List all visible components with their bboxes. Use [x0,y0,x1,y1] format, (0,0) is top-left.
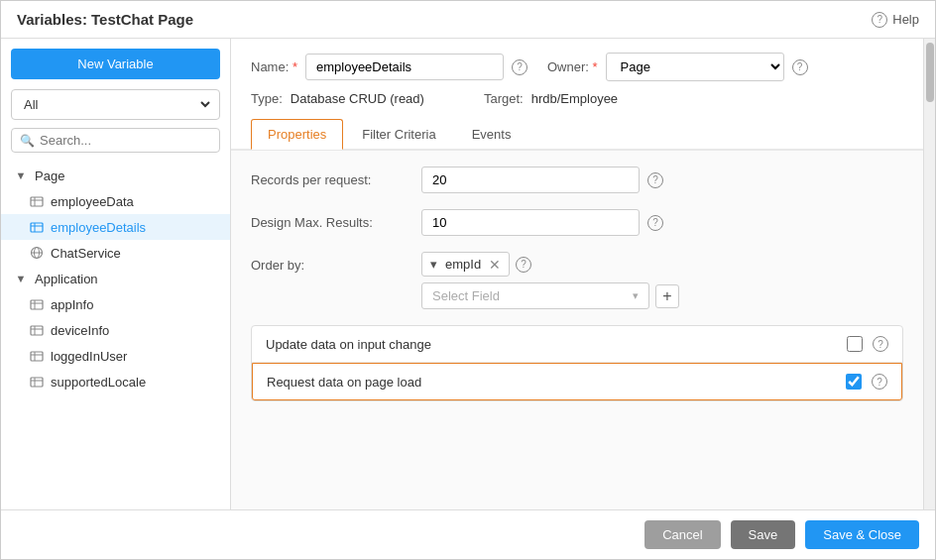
svg-rect-9 [31,300,43,309]
globe-icon [29,245,45,261]
order-by-control: ▾ empId ✕ ? Select Field ▾ [421,252,903,309]
svg-rect-0 [31,197,43,206]
sidebar-item-employeedetails[interactable]: employeeDetails [1,214,230,240]
name-input[interactable] [305,54,504,80]
save-close-button[interactable]: Save & Close [805,520,919,549]
design-max-results-label: Design Max. Results: [251,209,410,230]
select-field-dropdown[interactable]: Select Field ▾ [421,282,649,309]
request-data-row: Request data on page load ? [252,363,902,400]
update-data-help-icon[interactable]: ? [873,336,888,352]
svg-rect-15 [31,352,43,361]
select-field-row: Select Field ▾ + [421,282,679,309]
svg-rect-3 [31,223,43,232]
new-variable-button[interactable]: New Variable [11,49,220,79]
type-value: Database CRUD (read) [291,91,424,106]
name-help-icon[interactable]: ? [512,59,527,75]
form-header: Name: * ? Owner: * Page [231,39,923,150]
sidebar: New Variable All 🔍 ▼ Page [1,39,231,509]
data-icon-active [29,219,45,235]
order-by-chip-row: ▾ empId ✕ ? [421,252,679,277]
loggedinuser-label: loggedInUser [51,349,127,364]
request-data-checkbox[interactable] [846,374,862,390]
design-max-results-control: ? [421,209,903,236]
checkbox-section: Update data on input change ? Request da… [251,325,903,401]
sidebar-item-employeedata[interactable]: employeeData [1,188,230,214]
help-label: Help [892,12,919,27]
order-by-label: Order by: [251,252,410,273]
svg-rect-12 [31,326,43,335]
design-max-results-row: Design Max. Results: ? [251,209,903,236]
sidebar-item-deviceinfo[interactable]: deviceInfo [1,317,230,343]
name-field-group: Name: * ? [251,54,527,80]
help-icon: ? [872,12,887,28]
dialog-body: New Variable All 🔍 ▼ Page [1,39,935,509]
dialog-header: Variables: TestChat Page ? Help [1,1,935,39]
type-label: Type: [251,91,283,106]
target-value: hrdb/Employee [531,91,618,106]
page-section-label: Page [35,168,64,183]
form-type-row: Type: Database CRUD (read) Target: hrdb/… [251,91,903,106]
application-section-label: Application [35,272,98,286]
update-data-label: Update data on input change [266,337,837,352]
search-input[interactable] [40,133,211,148]
order-by-row: Order by: ▾ empId ✕ ? [251,252,903,309]
sidebar-section-page[interactable]: ▼ Page [1,163,230,188]
order-field-value: empId [445,257,481,272]
tab-filter-criteria[interactable]: Filter Criteria [345,119,452,150]
add-field-button[interactable]: + [655,284,679,308]
save-button[interactable]: Save [731,520,796,549]
data-icon-app [29,296,45,312]
request-data-label: Request data on page load [267,375,836,390]
update-data-row: Update data on input change ? [252,326,902,363]
order-help-icon[interactable]: ? [516,257,531,273]
deviceinfo-label: deviceInfo [51,323,109,338]
dialog-title: Variables: TestChat Page [17,11,193,28]
help-button[interactable]: ? Help [872,12,919,28]
select-field-placeholder: Select Field [432,288,500,303]
order-by-container: ▾ empId ✕ ? Select Field ▾ [421,252,679,309]
supportedlocale-label: supportedLocale [51,375,146,390]
expand-icon: ▼ [13,168,29,183]
vertical-scrollbar[interactable] [923,39,935,509]
dialog-footer: Cancel Save Save & Close [1,509,935,559]
data-icon-user [29,348,45,364]
appinfo-label: appInfo [51,297,93,312]
order-direction-button[interactable]: ▾ [430,257,437,272]
sidebar-tree: ▼ Page employeeData [1,159,230,509]
owner-label: Owner: * [547,59,598,74]
owner-required: * [593,59,598,74]
sidebar-item-loggedinuser[interactable]: loggedInUser [1,343,230,369]
owner-select[interactable]: Page [606,53,784,81]
records-help-icon[interactable]: ? [647,172,663,188]
tab-events[interactable]: Events [455,119,528,150]
main-content: Name: * ? Owner: * Page [231,39,923,509]
filter-select[interactable]: All [18,92,213,117]
sidebar-section-application[interactable]: ▼ Application [1,266,230,291]
tab-properties[interactable]: Properties [251,119,343,150]
owner-help-icon[interactable]: ? [792,59,808,75]
sidebar-item-chatservice[interactable]: ChatService [1,240,230,266]
filter-row: All [11,89,220,120]
employeedata-label: employeeData [51,194,134,209]
svg-rect-18 [31,378,43,387]
update-data-checkbox[interactable] [847,336,863,352]
employeedetails-label: employeeDetails [51,220,146,235]
data-icon-device [29,322,45,338]
select-field-chevron: ▾ [633,289,639,302]
order-chip: ▾ empId ✕ [421,252,510,277]
tabs: Properties Filter Criteria Events [251,118,903,149]
tab-content-properties: Records per request: ? Design Max. Resul… [231,150,923,509]
variables-dialog: Variables: TestChat Page ? Help New Vari… [0,0,936,560]
sidebar-item-appinfo[interactable]: appInfo [1,291,230,317]
design-max-help-icon[interactable]: ? [647,215,663,231]
cancel-button[interactable]: Cancel [644,520,720,549]
sidebar-item-supportedlocale[interactable]: supportedLocale [1,369,230,394]
request-data-help-icon[interactable]: ? [872,374,887,390]
design-max-results-input[interactable] [421,209,640,236]
owner-field-group: Owner: * Page ? [547,53,808,81]
data-icon-locale [29,374,45,390]
name-label: Name: * [251,59,297,74]
chatservice-label: ChatService [51,246,121,261]
records-per-request-input[interactable] [421,167,640,193]
order-close-button[interactable]: ✕ [489,258,501,272]
